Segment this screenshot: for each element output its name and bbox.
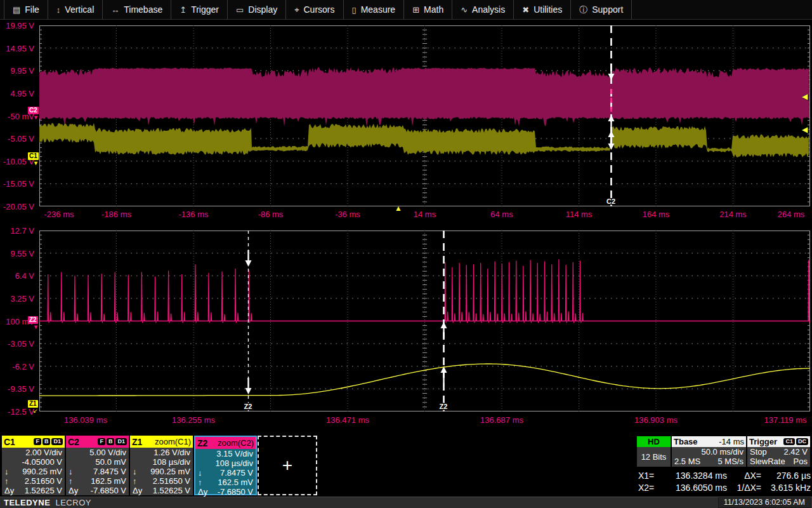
utilities-icon: ✖: [522, 6, 529, 14]
hd-bits-label: 12 Bits: [637, 447, 671, 467]
y-axis-label: 12.7 V: [10, 226, 34, 236]
top-trace-tag-c2[interactable]: C2: [28, 107, 39, 114]
bottom-grid-y-axis: 12.7 V9.55 V6.4 V3.25 V100 mV-3.05 V-6.2…: [0, 231, 37, 421]
trigger-mode: Stop: [750, 447, 767, 457]
dx-value: 276.6 µs: [761, 470, 811, 482]
trigger-type: SlewRate: [750, 457, 785, 466]
x-axis-label: 136.903 ms: [634, 415, 678, 425]
brand-teledyne: TELEDYNE: [4, 498, 50, 507]
x-axis-label: 164 ms: [643, 210, 670, 219]
channel-readout-row: 50.0 mV: [66, 457, 129, 467]
analysis-icon: ∿: [461, 6, 468, 14]
channel-readout-row: 108 µs/div: [130, 457, 193, 467]
x-axis-label: 137.119 ms: [764, 415, 807, 425]
display-icon: ▭: [236, 6, 244, 14]
menu-item-analysis[interactable]: ∿Analysis: [452, 0, 514, 19]
channel-readout-row: 2.00 V/div: [2, 448, 65, 457]
c2-waveform: [39, 67, 809, 127]
top-waveform-display[interactable]: C2: [39, 25, 810, 206]
menu-item-measure[interactable]: ▯Measure: [344, 0, 405, 19]
x-axis-label: -236 ms: [44, 210, 74, 219]
timebase-title: Tbase: [674, 437, 698, 446]
trigger-level-marker[interactable]: ◀: [802, 126, 808, 133]
top-trace-tag-c1[interactable]: C1: [28, 152, 39, 160]
readout-value: 2.51650 V: [18, 476, 62, 486]
channel-descriptor-z2[interactable]: Z2zoom(C2)3.15 V/div108 µs/div↓7.8475 V↑…: [194, 436, 257, 495]
teledyne-lecroy-logo: TELEDYNE LECROY: [0, 498, 91, 507]
x-axis-label: -86 ms: [258, 210, 284, 219]
timebase-box[interactable]: Tbase -14 ms 50.0 ms/div 2.5 MS 5 MS/s: [672, 436, 746, 467]
menu-item-label: Analysis: [472, 4, 505, 15]
badge-b: B: [43, 438, 51, 445]
badge-d1: D1: [115, 438, 127, 445]
menu-item-cursors[interactable]: ⌖Cursors: [286, 0, 343, 19]
trigger-box[interactable]: Trigger C1 DC Stop 2.42 V SlewRate Pos: [747, 436, 810, 467]
readout-value: 5.00 V/div: [82, 448, 126, 457]
menu-item-label: Trigger: [191, 4, 219, 15]
menu-item-label: File: [25, 4, 39, 15]
channel-id-label: Z2: [197, 438, 207, 448]
x-axis-label: 114 ms: [566, 210, 593, 219]
readout-value: 2.51650 V: [147, 476, 190, 486]
readout-icon: [133, 448, 147, 457]
readout-value: 108 µs/div: [147, 457, 190, 467]
inv-dx-value: 3.615 kHz: [761, 482, 811, 494]
menu-item-file[interactable]: ▤File: [4, 0, 48, 19]
brand-lecroy: LECROY: [55, 498, 91, 507]
channel-header-z2: Z2zoom(C2): [195, 437, 256, 449]
readout-value: -7.6850 V: [82, 486, 126, 495]
channel-readout-row: Δy1.52625 V: [2, 486, 65, 495]
timebase-per-div: 50.0 ms/div: [702, 447, 743, 457]
readout-icon: ↓: [133, 467, 147, 476]
channel-id-label: Z1: [132, 437, 142, 447]
readout-value: -4.05000 V: [18, 457, 62, 467]
readout-icon: ↑: [133, 476, 147, 486]
cursor-label: Z2: [244, 403, 252, 410]
cursor-readout: X1= 136.3284 ms ΔX= 276.6 µs X2= 136.605…: [638, 470, 811, 494]
trigger-source-badge: C1: [783, 438, 795, 445]
x-axis-label: 136.039 ms: [64, 415, 107, 425]
y-axis-label: 14.95 V: [6, 44, 34, 53]
channel-readout-row: ↓990.25 mV: [2, 467, 65, 476]
readout-icon: [69, 448, 82, 457]
file-icon: ▤: [13, 6, 20, 14]
channel-descriptor-c1[interactable]: C1FBD12.00 V/div-4.05000 V↓990.25 mV↑2.5…: [2, 436, 65, 495]
menu-item-vertical[interactable]: ↕Vertical: [48, 0, 103, 19]
menu-item-utilities[interactable]: ✖Utilities: [514, 0, 571, 19]
x1-label: X1=: [638, 470, 661, 482]
badge-f: F: [98, 438, 105, 445]
badge-f: F: [34, 438, 41, 445]
menu-item-display[interactable]: ▭Display: [228, 0, 286, 19]
readout-icon: Δy: [69, 486, 82, 495]
x-axis-label: 214 ms: [719, 210, 747, 219]
channel-descriptor-c2[interactable]: C2FBD15.00 V/div50.0 mV↓7.8475 V↑162.5 m…: [66, 436, 129, 495]
readout-value: 990.25 mV: [147, 467, 190, 476]
y-axis-label: 6.4 V: [15, 271, 34, 281]
x-axis-label: -186 ms: [102, 210, 131, 219]
add-trace-box[interactable]: +: [258, 436, 317, 495]
bottom-trace-tag-z2[interactable]: Z2: [28, 316, 38, 324]
math-icon: ⊞: [412, 6, 419, 14]
hd-mode-box[interactable]: HD 12 Bits: [637, 436, 671, 467]
readout-value: 1.52625 V: [147, 486, 190, 495]
channel-readout-row: 3.15 V/div: [195, 449, 256, 458]
trigger-level-marker[interactable]: ◀: [802, 93, 808, 100]
trigger-position-marker[interactable]: ▲: [395, 204, 402, 212]
top-grid-x-axis: -236 ms-186 ms-136 ms-86 ms-36 ms14 ms64…: [0, 210, 812, 220]
readout-value: 2.00 V/div: [18, 448, 62, 457]
bottom-waveform-display[interactable]: Z2Z2: [39, 231, 810, 411]
readout-icon: [198, 458, 212, 468]
readout-icon: Δy: [198, 487, 212, 497]
channel-descriptor-z1[interactable]: Z1zoom(C1)1.26 V/div108 µs/div↓990.25 mV…: [130, 436, 193, 495]
menu-item-timebase[interactable]: ↔Timebase: [103, 0, 171, 19]
channel-readout-row: ↑162.5 mV: [195, 478, 256, 487]
readout-icon: ↑: [4, 476, 18, 486]
menu-item-trigger[interactable]: ↥Trigger: [171, 0, 228, 19]
menu-item-support[interactable]: ⓘSupport: [571, 0, 632, 19]
menu-item-math[interactable]: ⊞Math: [404, 0, 452, 19]
readout-icon: [133, 457, 147, 467]
bottom-trace-tag-z1[interactable]: Z1: [28, 400, 38, 408]
channel-readout-row: ↓7.8475 V: [66, 467, 129, 476]
channel-readout-row: 5.00 V/div: [66, 448, 129, 457]
channel-subtitle: zoom(C1): [144, 437, 191, 446]
